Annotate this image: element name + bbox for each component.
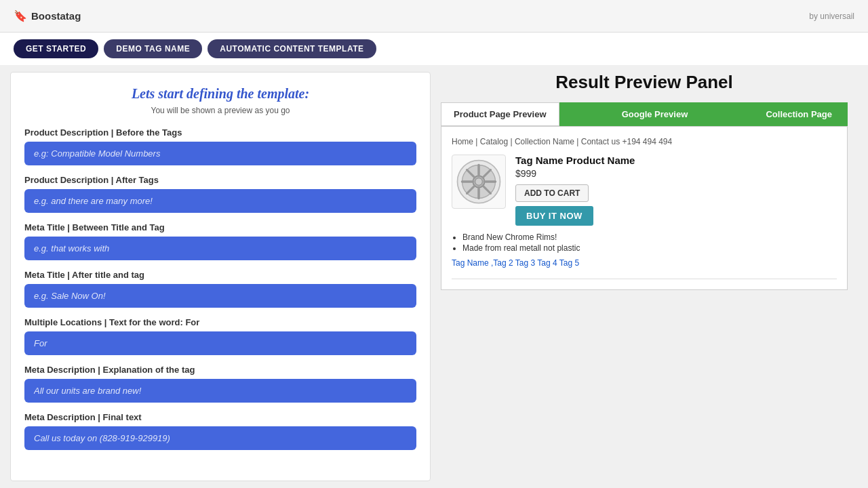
add-to-cart-button[interactable]: ADD TO CART — [515, 184, 589, 202]
preview-tabs: Product Page Preview Google Preview Coll… — [441, 102, 848, 126]
product-area: Tag Name Product Name $999 ADD TO CART B… — [452, 155, 837, 226]
field-label-7: Meta Description | Final text — [24, 412, 416, 422]
logo: 🔖 Boostatag — [14, 9, 81, 22]
bullet-1: Brand New Chrome Rims! — [462, 232, 837, 242]
left-panel-subtitle: You will be shown a preview as you go — [24, 106, 416, 115]
preview-divider — [452, 279, 837, 279]
right-panel: Result Preview Panel Product Page Previe… — [431, 72, 858, 481]
logo-text: Boostatag — [31, 10, 81, 22]
field-label-6: Meta Description | Explanation of the ta… — [24, 365, 416, 375]
svg-point-11 — [475, 178, 483, 186]
product-tags: Tag Name ,Tag 2 Tag 3 Tag 4 Tag 5 — [452, 258, 837, 268]
product-preview-area: Home | Catalog | Collection Name | Conta… — [441, 126, 848, 290]
field-input-2[interactable] — [24, 189, 416, 213]
field-label-3: Meta Title | Between Title and Tag — [24, 222, 416, 232]
product-bullets: Brand New Chrome Rims! Made from real me… — [452, 232, 837, 253]
field-label-1: Product Description | Before the Tags — [24, 127, 416, 138]
left-panel: Lets start defining the template: You wi… — [10, 72, 431, 481]
product-name: Tag Name Product Name — [515, 155, 837, 166]
field-label-5: Multiple Locations | Text for the word: … — [24, 317, 416, 327]
logo-icon: 🔖 — [14, 9, 27, 22]
nav-demo-tag-name[interactable]: DEMO TAG NAME — [104, 39, 202, 58]
nav-bar: GET STARTED DEMO TAG NAME AUTOMATIC CONT… — [0, 33, 868, 65]
tab-product-page[interactable]: Product Page Preview — [441, 102, 559, 126]
left-panel-title: Lets start defining the template: — [24, 86, 416, 102]
result-preview-title: Result Preview Panel — [441, 72, 848, 93]
buy-it-now-button[interactable]: BUY IT NOW — [515, 206, 593, 226]
main-layout: Lets start defining the template: You wi… — [0, 65, 868, 488]
field-input-3[interactable] — [24, 237, 416, 260]
breadcrumb: Home | Catalog | Collection Name | Conta… — [452, 137, 837, 146]
field-label-4: Meta Title | After title and tag — [24, 270, 416, 280]
nav-get-started[interactable]: GET STARTED — [14, 39, 98, 58]
product-info: Tag Name Product Name $999 ADD TO CART B… — [515, 155, 837, 226]
header: 🔖 Boostatag by universail — [0, 0, 868, 33]
header-by-text: by universail — [809, 12, 854, 21]
field-input-5[interactable] — [24, 331, 416, 355]
field-input-4[interactable] — [24, 284, 416, 308]
tab-collection-page[interactable]: Collection Page — [750, 102, 848, 126]
product-image — [452, 155, 506, 209]
product-price: $999 — [515, 168, 837, 179]
field-input-6[interactable] — [24, 379, 416, 403]
rim-image-svg — [455, 158, 502, 205]
field-input-1[interactable] — [24, 142, 416, 165]
field-label-2: Product Description | After Tags — [24, 175, 416, 185]
bullet-2: Made from real metall not plastic — [462, 243, 837, 253]
tab-google-preview[interactable]: Google Preview — [559, 102, 751, 126]
nav-automatic-content[interactable]: AUTOMATIC CONTENT TEMPLATE — [208, 39, 376, 58]
field-input-7[interactable] — [24, 426, 416, 450]
